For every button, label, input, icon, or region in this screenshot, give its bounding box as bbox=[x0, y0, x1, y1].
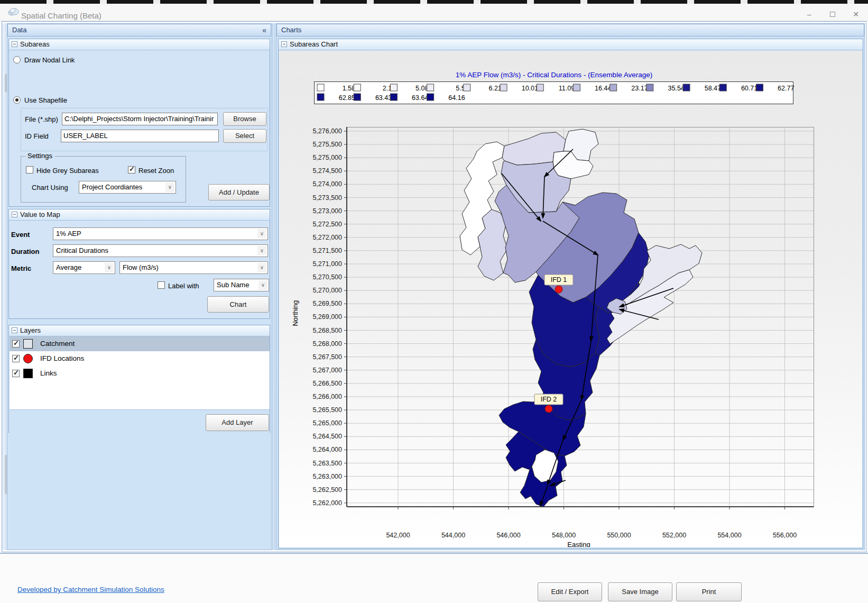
legend-value: 5.08 bbox=[415, 85, 428, 92]
y-tick-label: 5,265,500 bbox=[312, 406, 342, 414]
layers-group-header[interactable]: Layers bbox=[9, 325, 270, 336]
use-shapefile-radio[interactable] bbox=[13, 96, 21, 104]
legend-swatch bbox=[610, 84, 617, 91]
hide-grey-subareas-checkbox[interactable] bbox=[26, 166, 33, 173]
close-button[interactable]: ✕ bbox=[847, 8, 865, 21]
chart-canvas[interactable]: 1% AEP Flow (m3/s) - Critical Durations … bbox=[279, 51, 862, 547]
collapse-icon[interactable] bbox=[12, 41, 17, 47]
ifd-dot-icon bbox=[545, 405, 552, 413]
chart-using-value: Project Coordiantes bbox=[82, 183, 142, 191]
y-tick-label: 5,273,000 bbox=[312, 207, 342, 215]
y-tick-label: 5,269,000 bbox=[312, 313, 342, 321]
duration-select[interactable]: Critical Durations ∨ bbox=[53, 244, 268, 257]
collapse-icon[interactable] bbox=[12, 212, 17, 217]
chevron-down-icon: ∨ bbox=[257, 229, 266, 239]
y-tick-label: 5,268,500 bbox=[312, 327, 342, 334]
data-panel-title: Data bbox=[12, 26, 26, 34]
y-tick-label: 5,263,000 bbox=[312, 473, 342, 480]
chart-button[interactable]: Chart bbox=[207, 296, 269, 313]
settings-title: Settings bbox=[25, 152, 54, 160]
collapse-panel-icon[interactable]: « bbox=[262, 24, 266, 36]
y-tick-label: 5,275,500 bbox=[312, 141, 342, 148]
reset-zoom-checkbox[interactable] bbox=[128, 166, 135, 173]
chart-using-label: Chart Using bbox=[32, 184, 68, 191]
save-image-button[interactable]: Save Image bbox=[608, 582, 672, 601]
titlebar: Spatial Charting (Beta) – ☐ ✕ bbox=[0, 4, 868, 21]
legend-value: 62.77 bbox=[778, 85, 794, 92]
event-value: 1% AEP bbox=[56, 230, 81, 237]
layer-row[interactable]: IFD Locations bbox=[10, 351, 270, 366]
subareas-chart-svg: 1% AEP Flow (m3/s) - Critical Durations … bbox=[279, 51, 861, 547]
layer-swatch-icon bbox=[23, 339, 33, 349]
legend-value: 16.44 bbox=[595, 85, 611, 92]
y-tick-label: 5,263,500 bbox=[312, 460, 342, 467]
label-with-select[interactable]: Sub Name ∨ bbox=[214, 279, 269, 291]
layer-row[interactable]: Catchment bbox=[10, 336, 270, 351]
maximize-button[interactable]: ☐ bbox=[824, 8, 842, 21]
layers-footer: Add Layer bbox=[10, 409, 270, 433]
y-tick-label: 5,272,500 bbox=[312, 221, 342, 228]
legend-value: 63.64 bbox=[412, 94, 428, 102]
legend-swatch bbox=[317, 84, 324, 91]
layer-name: IFD Locations bbox=[40, 354, 84, 362]
x-tick-label: 542,000 bbox=[386, 532, 410, 539]
legend-swatch bbox=[317, 94, 324, 100]
subareas-chart-header[interactable]: Subareas Chart bbox=[279, 39, 863, 50]
y-tick-label: 5,266,500 bbox=[312, 380, 342, 387]
y-tick-label: 5,262,000 bbox=[312, 499, 342, 507]
draw-nodal-link-radio[interactable] bbox=[13, 56, 21, 63]
legend-swatch bbox=[537, 84, 543, 91]
y-tick-label: 5,276,000 bbox=[312, 127, 342, 135]
add-update-button[interactable]: Add / Update bbox=[208, 184, 270, 200]
y-tick-label: 5,274,500 bbox=[312, 167, 342, 175]
panel-splitter[interactable] bbox=[272, 23, 275, 550]
metric-type-select[interactable]: Flow (m3/s) ∨ bbox=[119, 261, 268, 274]
charts-panel: Charts Subareas Chart 1% AEP Flow (m3/s)… bbox=[276, 23, 865, 550]
y-tick-label: 5,267,000 bbox=[312, 367, 342, 374]
chart-using-select[interactable]: Project Coordiantes ∨ bbox=[79, 181, 176, 194]
print-button[interactable]: Print bbox=[676, 582, 742, 601]
layer-visibility-checkbox[interactable] bbox=[12, 370, 20, 377]
id-field-input[interactable]: USER_LABEL bbox=[61, 130, 219, 142]
metric-stat-value: Average bbox=[56, 263, 81, 271]
value-to-map-header[interactable]: Value to Map bbox=[9, 209, 270, 221]
subareas-chart-group: Subareas Chart 1% AEP Flow (m3/s) - Crit… bbox=[278, 39, 863, 549]
chart-title: 1% AEP Flow (m3/s) - Critical Durations … bbox=[456, 71, 652, 79]
ifd-dot-icon bbox=[555, 286, 562, 293]
legend-swatch bbox=[683, 84, 690, 91]
layer-swatch-icon bbox=[23, 354, 33, 363]
collapse-icon[interactable] bbox=[12, 327, 17, 333]
metric-stat-select[interactable]: Average ∨ bbox=[53, 261, 115, 274]
chevron-down-icon: ∨ bbox=[258, 280, 267, 290]
legend-swatch bbox=[647, 84, 653, 91]
use-shapefile-label: Use Shapefile bbox=[24, 96, 67, 104]
screen-edge-artifact bbox=[0, 0, 868, 4]
minimize-button[interactable]: – bbox=[800, 8, 818, 21]
settings-groupbox: Settings bbox=[21, 156, 186, 203]
event-select[interactable]: 1% AEP ∨ bbox=[53, 227, 268, 240]
layer-row[interactable]: Links bbox=[10, 366, 270, 381]
y-tick-label: 5,264,500 bbox=[312, 433, 342, 440]
duration-value: Critical Durations bbox=[56, 246, 108, 254]
add-layer-button[interactable]: Add Layer bbox=[206, 414, 269, 431]
legend-swatch bbox=[464, 84, 470, 91]
layer-visibility-checkbox[interactable] bbox=[12, 340, 20, 348]
y-tick-label: 5,270,500 bbox=[312, 273, 342, 281]
layer-visibility-checkbox[interactable] bbox=[12, 355, 20, 362]
chevron-down-icon: ∨ bbox=[257, 246, 266, 255]
subareas-group-header[interactable]: Subareas bbox=[9, 39, 270, 50]
collapse-icon[interactable] bbox=[281, 41, 287, 47]
layer-name: Catchment bbox=[40, 340, 75, 348]
x-tick-label: 552,000 bbox=[662, 532, 686, 539]
select-button[interactable]: Select bbox=[223, 129, 266, 143]
file-path-input[interactable]: C:\Delphi_Projects\Storm Injector\Traini… bbox=[62, 113, 218, 125]
y-tick-label: 5,273,500 bbox=[312, 194, 342, 202]
edit-export-button[interactable]: Edit / Export bbox=[538, 582, 602, 601]
data-panel-header: Data « bbox=[7, 24, 271, 36]
browse-button[interactable]: Browse bbox=[223, 112, 266, 126]
developer-link[interactable]: Developed by Catchment Simulation Soluti… bbox=[17, 586, 164, 593]
x-tick-label: 556,000 bbox=[773, 532, 797, 539]
label-with-checkbox[interactable] bbox=[158, 281, 165, 289]
y-tick-label: 5,270,000 bbox=[312, 287, 342, 294]
legend-value: 10.01 bbox=[522, 85, 538, 92]
